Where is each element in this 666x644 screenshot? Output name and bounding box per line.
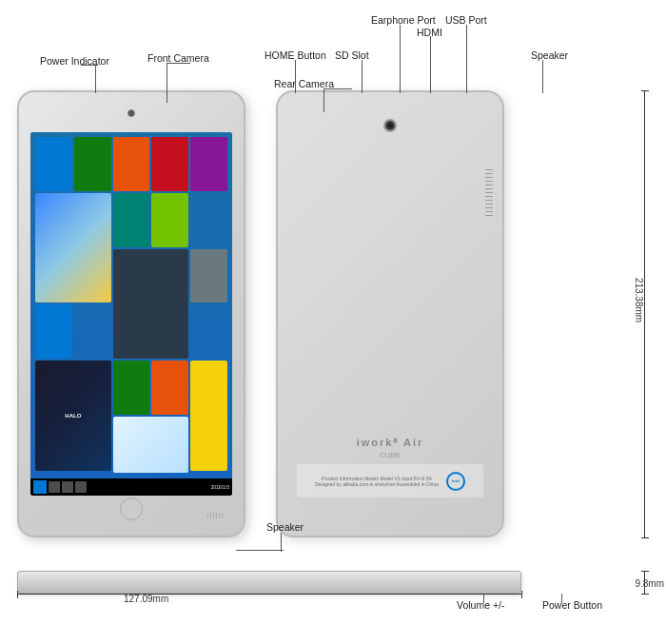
rear-camera-lens: [383, 119, 397, 132]
start-button: [33, 480, 47, 494]
back-info-bar: Product Information Model: Model V1 Inpu…: [297, 464, 483, 498]
tablet-front: HALO 2016/1/3: [17, 90, 245, 537]
front-camera-lens: [127, 109, 135, 117]
tablet-screen: HALO 2016/1/3: [30, 132, 232, 496]
back-speaker-grill: [485, 168, 493, 216]
tablet-back: iwork⁸ Air CUBE Product Information Mode…: [276, 90, 504, 537]
brand-text: iwork⁸ Air: [357, 437, 424, 449]
volume-line: [483, 594, 484, 603]
speaker-top-label: Speaker: [531, 49, 568, 61]
front-home-button: [120, 498, 143, 520]
depth-tick-bottom: [641, 594, 649, 595]
front-camera-line: [166, 63, 167, 103]
windows-screen: HALO 2016/1/3: [30, 132, 232, 496]
speaker-bottom-label: Speaker: [266, 521, 304, 533]
height-tick-bottom: [641, 537, 649, 538]
width-dim-line: [17, 594, 521, 595]
brand-name: CUBE: [357, 451, 424, 459]
brand-logo: iwork⁸ Air CUBE: [357, 437, 424, 459]
clock: 2016/1/3: [211, 484, 229, 490]
rear-camera-hline: [323, 88, 352, 89]
tablet-side-view: [17, 571, 521, 594]
width-tick-left: [17, 591, 18, 598]
height-dim-line: [644, 90, 645, 537]
hdmi-line: [430, 36, 431, 93]
front-speaker: [207, 513, 225, 518]
earphone-port-label: Earphone Port: [371, 14, 436, 26]
speaker-top-line: [542, 60, 543, 93]
taskbar: 2016/1/3: [30, 478, 232, 496]
width-measurement: 127.09mm: [124, 594, 168, 604]
speaker-bottom-hline: [236, 550, 284, 551]
taskbar-icons: [49, 481, 87, 493]
back-info-text: Product Information Model: Model V1 Inpu…: [315, 476, 439, 487]
sd-slot-line: [362, 60, 362, 93]
depth-measurement: 9.8mm: [635, 578, 664, 589]
rear-camera-line: [323, 88, 324, 112]
power-button-line: [561, 594, 562, 603]
front-camera-hline: [166, 63, 190, 64]
speaker-bottom-line: [281, 533, 282, 552]
width-tick-right: [521, 591, 522, 598]
intel-logo: intel: [446, 472, 465, 491]
height-measurement: 213.38mm: [634, 278, 644, 322]
diagram-container: HALO 2016/1/3: [0, 0, 666, 644]
sd-slot-label: SD Slot: [335, 49, 369, 61]
earphone-line: [400, 25, 401, 93]
volume-label: Volume +/-: [457, 599, 505, 611]
power-indicator-hline: [81, 65, 98, 66]
usb-line: [466, 25, 467, 93]
power-button-label: Power Button: [542, 599, 602, 611]
power-indicator-line: [95, 65, 96, 93]
power-indicator-label: Power Indicator: [40, 55, 109, 67]
height-tick-top: [641, 90, 649, 91]
depth-tick-top: [641, 571, 649, 572]
